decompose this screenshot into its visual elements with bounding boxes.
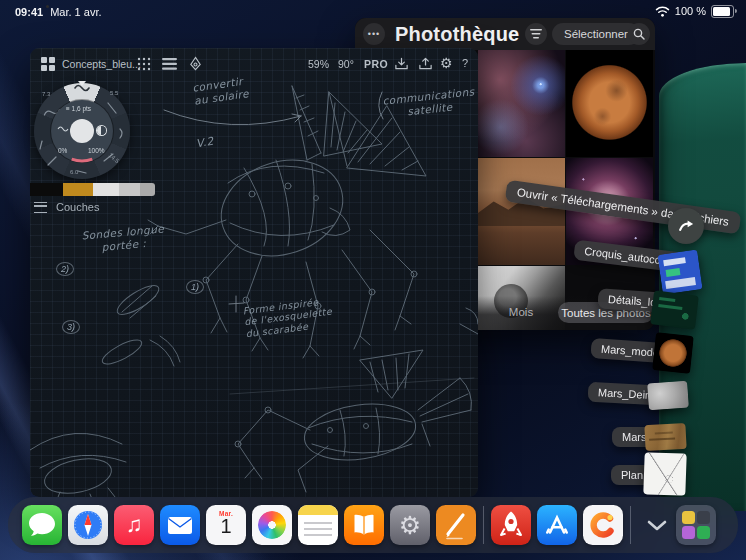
opacity-half-icon bbox=[97, 126, 106, 135]
dock-app-music[interactable]: ♫ bbox=[114, 505, 154, 545]
tool-size-b: 6.0 bbox=[70, 169, 78, 175]
tab-all-photos[interactable]: Toutes les photos bbox=[558, 302, 654, 323]
dock-app-library[interactable] bbox=[676, 505, 716, 545]
tool-size-tl: 7.3 bbox=[42, 91, 50, 97]
opacity-max-label: 100% bbox=[88, 147, 105, 154]
layers-menu-icon bbox=[34, 202, 47, 213]
mail-envelope-icon bbox=[160, 505, 200, 545]
active-color-swatch[interactable] bbox=[70, 119, 94, 143]
drag-label-mars[interactable]: Mars bbox=[612, 427, 656, 447]
battery-percent: 100 % bbox=[675, 5, 706, 17]
dock-recent-apps bbox=[491, 505, 623, 545]
layers-icon[interactable] bbox=[162, 58, 177, 70]
annotation-arrow bbox=[164, 92, 383, 312]
search-icon bbox=[633, 28, 645, 40]
filter-button[interactable] bbox=[525, 23, 547, 45]
dock-app-books[interactable] bbox=[344, 505, 384, 545]
wifi-icon bbox=[655, 6, 670, 17]
stroke-size-value: 1,6 pts bbox=[72, 105, 92, 112]
music-note-icon: ♫ bbox=[126, 512, 143, 538]
drag-label-plan[interactable]: Plan bbox=[611, 465, 653, 485]
export-icon[interactable] bbox=[418, 56, 433, 71]
layers-panel-toggle[interactable]: Couches bbox=[34, 201, 99, 213]
dock-app-notes[interactable] bbox=[298, 505, 338, 545]
rocket-icon bbox=[491, 505, 531, 545]
stroke-size-label: ≡ 1,6 pts bbox=[66, 105, 91, 112]
photo-mars-landscape[interactable] bbox=[478, 158, 565, 265]
search-button[interactable] bbox=[628, 23, 650, 45]
chevron-down-icon bbox=[647, 520, 667, 531]
tab-months[interactable]: Mois bbox=[498, 306, 544, 318]
annotation-number-1: 1) bbox=[186, 280, 204, 294]
gallery-icon[interactable] bbox=[40, 56, 56, 72]
app-library-mini-yellow bbox=[682, 511, 695, 524]
dock-main-apps: ♫ Mar. 1 ⚙ bbox=[22, 505, 476, 545]
dock: ♫ Mar. 1 ⚙ bbox=[8, 497, 738, 553]
settings-gear-glyph: ⚙ bbox=[399, 511, 421, 540]
app-library-mini-camera bbox=[697, 511, 710, 524]
dock-app-messages[interactable] bbox=[22, 505, 62, 545]
annotation-number-2: 2) bbox=[56, 262, 74, 276]
color-swatch-bar[interactable] bbox=[30, 183, 155, 196]
app-library-mini-purple bbox=[682, 526, 695, 539]
help-button[interactable]: ? bbox=[462, 57, 468, 69]
status-date: Mar. 1 avr. bbox=[50, 6, 101, 18]
import-icon[interactable] bbox=[394, 56, 409, 71]
photo-horsehead-nebula[interactable] bbox=[478, 50, 565, 157]
settings-gear-icon[interactable]: ⚙ bbox=[440, 55, 453, 71]
dock-app-mail[interactable] bbox=[160, 505, 200, 545]
app-library-mini-green bbox=[697, 526, 710, 539]
battery-icon bbox=[711, 5, 734, 18]
messages-bubble-icon bbox=[22, 505, 62, 545]
layers-label: Couches bbox=[56, 201, 99, 213]
photos-flower-icon bbox=[258, 511, 286, 539]
dock-app-photos[interactable] bbox=[252, 505, 292, 545]
swatch-gold[interactable] bbox=[63, 183, 93, 196]
tab-all-photos-label: Toutes les photos bbox=[561, 307, 651, 319]
wheel-pointer bbox=[78, 81, 86, 86]
photos-title: Photothèque bbox=[395, 23, 519, 46]
photo-mars-globe[interactable] bbox=[566, 50, 653, 157]
filter-lines-icon bbox=[530, 29, 542, 39]
dock-app-c-swirl[interactable] bbox=[583, 505, 623, 545]
zoom-level[interactable]: 59% bbox=[308, 58, 329, 70]
c-swirl-icon bbox=[583, 505, 623, 545]
more-button[interactable]: ••• bbox=[363, 23, 385, 45]
appstore-a-icon bbox=[537, 505, 577, 545]
status-time: 09:41 bbox=[15, 6, 43, 18]
select-button[interactable]: Sélectionner bbox=[552, 23, 640, 45]
dock-divider-2 bbox=[630, 506, 631, 544]
dock-collapse-button[interactable] bbox=[644, 505, 670, 545]
pen-tool-icon[interactable] bbox=[188, 56, 203, 71]
swatch-white[interactable] bbox=[93, 183, 119, 196]
calendar-day: 1 bbox=[206, 517, 246, 536]
grid-settings-icon[interactable] bbox=[137, 57, 151, 71]
swatch-gray[interactable] bbox=[140, 183, 155, 196]
select-label: Sélectionner bbox=[564, 28, 628, 40]
tool-size-tr: 5.5 bbox=[110, 90, 118, 96]
photo-orion-nebula[interactable] bbox=[566, 158, 653, 265]
ipad-screen: ••• Photothèque Sélectionner Mois Toutes… bbox=[0, 0, 746, 560]
dock-app-safari[interactable] bbox=[68, 505, 108, 545]
concepts-pen-icon bbox=[436, 505, 476, 545]
books-open-book-icon bbox=[344, 505, 384, 545]
document-title[interactable]: Concepts_bleu... bbox=[62, 58, 141, 70]
dock-app-concepts[interactable] bbox=[436, 505, 476, 545]
swatch-lightgray[interactable] bbox=[119, 183, 140, 196]
safari-compass-icon bbox=[68, 505, 108, 545]
desk-book-background bbox=[659, 63, 746, 511]
opacity-min-label: 0% bbox=[58, 147, 67, 154]
dock-app-settings[interactable]: ⚙ bbox=[390, 505, 430, 545]
annotation-number-3: 3) bbox=[62, 320, 80, 334]
dock-divider-1 bbox=[483, 506, 484, 544]
dock-app-appstore[interactable] bbox=[537, 505, 577, 545]
dock-app-rocket[interactable] bbox=[491, 505, 531, 545]
rotation-value[interactable]: 90° bbox=[338, 58, 354, 70]
pro-badge[interactable]: PRO bbox=[364, 58, 388, 70]
swatch-black[interactable] bbox=[30, 183, 63, 196]
tool-wheel[interactable]: ≡ 1,6 pts 0% 100% 7.3 5.5 14.5 6.0 bbox=[34, 83, 130, 179]
dock-app-calendar[interactable]: Mar. 1 bbox=[206, 505, 246, 545]
status-bar: 09:41 Mar. 1 avr. 100 % bbox=[0, 0, 746, 24]
more-label: ••• bbox=[368, 29, 380, 39]
